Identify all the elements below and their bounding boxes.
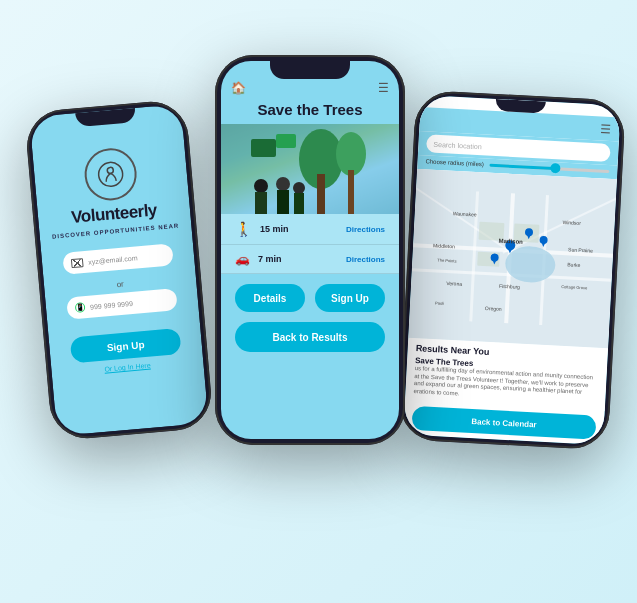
back-to-results-button[interactable]: Back to Results [235,322,385,352]
email-field[interactable]: xyz@email.com [62,243,173,275]
svg-point-9 [254,179,268,193]
svg-rect-10 [255,192,267,214]
svg-text:The Points: The Points [437,257,456,263]
login-screen: Volunteerly DISCOVER OPPORTUNITIES NEAR … [29,104,208,436]
phone-field[interactable]: 📱 999 999 9999 [66,288,177,320]
svg-point-13 [293,182,305,194]
svg-rect-12 [277,190,289,214]
or-divider: or [116,280,124,290]
back-to-calendar-button[interactable]: Back to Calendar [411,406,596,440]
svg-text:Waunakee: Waunakee [453,210,477,217]
action-buttons: Details Sign Up [221,274,399,322]
details-label: Details [254,293,287,304]
car-directions[interactable]: Directions [346,255,385,264]
discover-text: DISCOVER OPPORTUNITIES NEAR [52,223,180,240]
right-phone: ☰ Search location Choose radius (miles) [398,90,626,451]
home-icon[interactable]: 🏠 [231,81,246,95]
walk-icon: 🚶 [235,221,252,237]
logo-circle [82,146,138,202]
envelope-icon [71,258,84,268]
svg-point-1 [107,167,114,174]
center-phone: 🏠 ☰ Save the Trees [215,55,405,445]
walk-time: 15 min [260,224,289,234]
email-value: xyz@email.com [88,254,138,265]
menu-icon[interactable]: ☰ [378,81,389,95]
app-name: Volunteerly [70,201,157,228]
search-placeholder: Search location [433,140,482,150]
signup-button[interactable]: Sign Up [70,328,182,363]
svg-text:Cottage Grove: Cottage Grove [561,284,588,290]
slider-fill [490,163,556,169]
logo-svg [94,158,127,191]
phone-value: 999 999 9999 [90,299,133,310]
map-area: Waunakee Windsor Sun Prairie Middleton M… [408,169,617,348]
details-button[interactable]: Details [235,284,305,312]
svg-text:Paoli: Paoli [435,300,444,305]
event-image [221,124,399,214]
event-title: Save the Trees [221,99,399,124]
svg-rect-8 [276,134,296,148]
back-calendar-label: Back to Calendar [471,417,537,429]
map-screen: ☰ Search location Choose radius (miles) [403,95,621,445]
svg-text:Oregon: Oregon [485,305,502,312]
slider-thumb [550,162,561,173]
car-info: 🚗 7 min [235,252,282,266]
whatsapp-icon: 📱 [75,302,86,313]
car-time: 7 min [258,254,282,264]
svg-rect-7 [251,139,276,157]
svg-point-11 [276,177,290,191]
svg-text:Fitchburg: Fitchburg [499,283,520,290]
login-link[interactable]: Or Log In Here [104,362,151,373]
left-phone: Volunteerly DISCOVER OPPORTUNITIES NEAR … [24,99,214,442]
walk-info: 🚶 15 min [235,221,289,237]
center-signup-label: Sign Up [331,293,369,304]
back-to-results-label: Back to Results [272,332,347,343]
scene: Volunteerly DISCOVER OPPORTUNITIES NEAR … [0,0,637,603]
svg-rect-4 [317,174,325,214]
svg-text:Burke: Burke [567,261,581,268]
car-row: 🚗 7 min Directions [221,245,399,274]
radius-slider[interactable] [490,163,610,172]
center-phone-notch [270,61,350,79]
center-signup-button[interactable]: Sign Up [315,284,385,312]
svg-text:Madison: Madison [498,238,523,245]
map-svg: Waunakee Windsor Sun Prairie Middleton M… [408,169,617,348]
svg-rect-6 [348,170,354,214]
svg-text:Windsor: Windsor [562,219,581,226]
walk-directions[interactable]: Directions [346,225,385,234]
walk-row: 🚶 15 min Directions [221,214,399,245]
svg-text:Middleton: Middleton [433,242,455,249]
svg-rect-14 [294,193,304,214]
detail-screen: 🏠 ☰ Save the Trees [221,61,399,439]
signup-label: Sign Up [106,339,145,353]
radius-label: Choose radius (miles) [425,158,484,167]
car-icon: 🚗 [235,252,250,266]
right-menu-icon[interactable]: ☰ [600,122,612,137]
svg-point-0 [98,161,124,187]
results-section: Results Near You Save The Trees us for a… [405,337,608,411]
svg-point-5 [336,132,366,176]
event-illustration [221,124,399,214]
svg-text:Verona: Verona [446,280,462,287]
